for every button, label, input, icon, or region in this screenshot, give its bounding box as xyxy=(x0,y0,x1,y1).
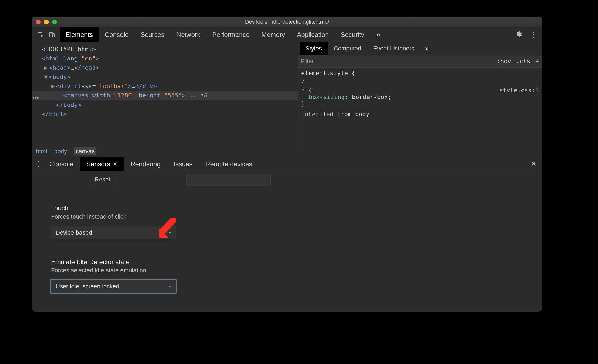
idle-desc: Forces selected idle state emulation xyxy=(51,267,534,274)
titlebar: DevTools - idle-detection.glitch.me/ xyxy=(32,17,542,27)
style-rule[interactable]: element.style {} xyxy=(301,70,539,85)
more-options-icon[interactable]: ⋮ xyxy=(530,30,538,39)
idle-title: Emulate Idle Detector state xyxy=(51,258,534,266)
tabs-overflow-icon[interactable]: » xyxy=(370,27,386,42)
main-tabs: Elements Console Sources Network Perform… xyxy=(60,27,515,42)
drawer: ⋮ Console Sensors ✕ Rendering Issues Rem… xyxy=(32,157,542,312)
breadcrumb-body[interactable]: body xyxy=(54,148,67,155)
drawer-tab-sensors-label: Sensors xyxy=(86,160,110,168)
dom-node[interactable]: ▶<head>…</head> xyxy=(37,63,293,72)
hov-toggle[interactable]: :hov xyxy=(497,58,511,65)
touch-select[interactable]: Device-based ▼ xyxy=(51,226,176,239)
style-rule[interactable]: * {style.css:1box-sizing: border-box;} xyxy=(301,87,539,109)
tab-application[interactable]: Application xyxy=(291,27,335,42)
tab-computed[interactable]: Computed xyxy=(328,42,367,55)
dom-node[interactable]: </html> xyxy=(37,110,293,119)
drawer-tab-sensors[interactable]: Sensors ✕ xyxy=(80,157,124,171)
tab-elements[interactable]: Elements xyxy=(60,27,99,42)
touch-select-value: Device-based xyxy=(56,229,92,236)
new-style-rule-icon[interactable]: + xyxy=(535,57,539,65)
gutter-ellipsis-icon: ••• xyxy=(33,94,39,101)
styles-filter-input[interactable]: Filter xyxy=(301,58,492,65)
tab-network[interactable]: Network xyxy=(170,27,206,42)
main-area: ••• <!DOCTYPE html> <html lang="en"> ▶<h… xyxy=(32,42,542,157)
inherited-from-label: Inherited from body xyxy=(301,111,539,117)
breadcrumb-canvas[interactable]: canvas xyxy=(74,147,96,155)
chevron-down-icon: ▼ xyxy=(168,231,172,235)
tab-event-listeners[interactable]: Event Listeners xyxy=(367,42,420,55)
device-toolbar-icon[interactable] xyxy=(46,27,58,42)
tab-performance[interactable]: Performance xyxy=(206,27,255,42)
dom-tree[interactable]: <!DOCTYPE html> <html lang="en"> ▶<head>… xyxy=(32,42,298,145)
touch-desc: Forces touch instead of click xyxy=(51,213,534,220)
breadcrumb-html[interactable]: html xyxy=(36,148,47,155)
idle-state-select[interactable]: User idle, screen locked ▼ xyxy=(51,280,176,293)
drawer-tab-issues[interactable]: Issues xyxy=(167,157,199,171)
idle-section: Emulate Idle Detector state Forces selec… xyxy=(51,258,534,293)
dom-node[interactable]: ▼<body> xyxy=(37,72,293,82)
inspect-element-icon[interactable] xyxy=(35,27,46,42)
toolbar-right: ⋮ xyxy=(515,27,542,42)
elements-panel: ••• <!DOCTYPE html> <html lang="en"> ▶<h… xyxy=(32,42,298,157)
main-toolbar: Elements Console Sources Network Perform… xyxy=(32,27,542,42)
styles-list[interactable]: element.style {}* {style.css:1box-sizing… xyxy=(298,68,542,157)
drawer-tab-remote-devices[interactable]: Remote devices xyxy=(199,157,259,171)
chevron-down-icon: ▼ xyxy=(168,284,172,289)
drawer-close-icon[interactable]: ✕ xyxy=(525,157,542,171)
drawer-more-icon[interactable]: ⋮ xyxy=(34,157,43,171)
drawer-tab-rendering[interactable]: Rendering xyxy=(124,157,167,171)
dom-node[interactable]: <!DOCTYPE html> xyxy=(37,45,293,54)
devtools-window: DevTools - idle-detection.glitch.me/ Ele… xyxy=(32,17,542,312)
touch-title: Touch xyxy=(51,205,534,212)
styles-tabs: Styles Computed Event Listeners » xyxy=(298,42,542,55)
dom-node[interactable]: </body> xyxy=(37,100,293,110)
style-source-link[interactable]: style.css:1 xyxy=(499,87,539,94)
sensors-panel: Reset Touch Forces touch instead of clic… xyxy=(32,171,542,312)
cls-toggle[interactable]: .cls xyxy=(516,58,530,65)
styles-filter-bar: Filter :hov .cls + xyxy=(298,55,542,68)
touch-section: Touch Forces touch instead of click Devi… xyxy=(51,205,534,239)
tab-security[interactable]: Security xyxy=(335,27,370,42)
orientation-select[interactable] xyxy=(186,174,271,186)
styles-tabs-overflow-icon[interactable]: » xyxy=(420,42,434,55)
styles-sidepanel: Styles Computed Event Listeners » Filter… xyxy=(298,42,542,157)
orientation-row: Reset xyxy=(40,174,534,186)
dom-node[interactable]: ▶<div class="toolbar">…</div> xyxy=(37,82,293,91)
drawer-tabs: ⋮ Console Sensors ✕ Rendering Issues Rem… xyxy=(32,157,542,171)
reset-button[interactable]: Reset xyxy=(89,174,116,185)
idle-select-value: User idle, screen locked xyxy=(56,283,119,290)
breadcrumbs: html body canvas xyxy=(32,145,298,157)
settings-icon[interactable] xyxy=(515,31,522,39)
drawer-tab-console[interactable]: Console xyxy=(43,157,80,171)
dom-node[interactable]: <canvas width="1280" height="555"> == $0 xyxy=(32,91,298,100)
tab-styles[interactable]: Styles xyxy=(300,42,328,55)
tab-memory[interactable]: Memory xyxy=(256,27,291,42)
close-icon[interactable]: ✕ xyxy=(113,161,117,167)
tab-sources[interactable]: Sources xyxy=(135,27,170,42)
window-title: DevTools - idle-detection.glitch.me/ xyxy=(32,19,542,25)
tab-console[interactable]: Console xyxy=(99,27,135,42)
dom-node[interactable]: <html lang="en"> xyxy=(37,54,293,63)
